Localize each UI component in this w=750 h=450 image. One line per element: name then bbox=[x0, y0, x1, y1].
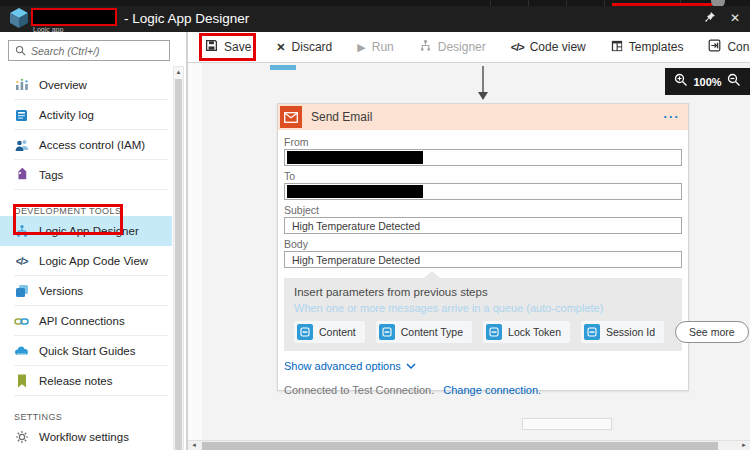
token-chip-lock-token[interactable]: Lock Token bbox=[483, 321, 570, 343]
logic-app-cube-icon bbox=[8, 7, 30, 33]
sidebar-item-workflow-settings[interactable]: Workflow settings bbox=[0, 422, 172, 450]
save-button[interactable]: Save bbox=[205, 39, 251, 55]
sidebar-item-activity-log[interactable]: Activity log bbox=[0, 100, 172, 130]
show-advanced-options-link[interactable]: Show advanced options bbox=[284, 360, 416, 372]
page-title: - Logic App Designer bbox=[124, 11, 249, 26]
sidebar-item-versions[interactable]: Versions bbox=[0, 276, 172, 306]
field-subject: Subject High Temperature Detected bbox=[284, 204, 682, 234]
versions-icon bbox=[14, 284, 29, 299]
overview-icon bbox=[14, 78, 29, 93]
send-email-card: Send Email ··· From To Subject bbox=[277, 103, 689, 391]
scroll-left-icon[interactable]: ◄ bbox=[191, 442, 197, 448]
templates-button[interactable]: Templates bbox=[611, 40, 684, 55]
send-email-card-header[interactable]: Send Email ··· bbox=[278, 104, 688, 130]
cloud-icon bbox=[14, 344, 29, 359]
access-control-icon bbox=[14, 138, 29, 153]
designer-canvas[interactable]: 100% Send Email ··· From bbox=[188, 63, 750, 440]
canvas-gutter bbox=[188, 63, 202, 440]
search-input[interactable] bbox=[31, 45, 163, 57]
logic-app-designer-window: - Logic App Designer Logic app ✕ Overvie… bbox=[0, 0, 750, 450]
field-to: To bbox=[284, 170, 682, 200]
change-connection-link[interactable]: Change connection. bbox=[443, 384, 541, 396]
designer-tree-icon bbox=[14, 224, 29, 239]
sidebar-scrollbar[interactable]: ▲ ▼ bbox=[173, 66, 184, 450]
pin-icon[interactable] bbox=[704, 11, 716, 25]
sidebar-item-label: API Connections bbox=[39, 315, 125, 327]
sidebar-item-label: Release notes bbox=[39, 375, 113, 387]
sidebar-item-label: Overview bbox=[39, 79, 87, 91]
to-input[interactable] bbox=[284, 183, 682, 200]
sidebar-item-label: Workflow settings bbox=[39, 431, 129, 443]
sidebar-item-api-connections[interactable]: API Connections bbox=[0, 306, 172, 336]
trigger-hint-text: When one or more messages arrive in a qu… bbox=[294, 302, 672, 314]
sidebar-item-label: Quick Start Guides bbox=[39, 345, 136, 357]
sidebar-section-settings: SETTINGS bbox=[0, 404, 172, 422]
zoom-in-icon[interactable] bbox=[674, 73, 688, 91]
command-bar: Save ✕ Discard ▶ Run Designer </> Code v… bbox=[188, 32, 750, 63]
ellipsis-menu-icon[interactable]: ··· bbox=[664, 110, 681, 124]
token-chip-content[interactable]: Content bbox=[294, 321, 365, 343]
sidebar-item-label: Logic App Code View bbox=[39, 255, 148, 267]
field-label: To bbox=[284, 170, 682, 182]
run-play-icon: ▶ bbox=[357, 42, 365, 53]
code-icon: </> bbox=[14, 254, 29, 269]
close-icon[interactable]: ✕ bbox=[730, 12, 740, 24]
see-more-button[interactable]: See more bbox=[675, 321, 749, 343]
canvas-horizontal-scrollbar[interactable]: ◄ ► bbox=[188, 440, 750, 450]
zoom-out-icon[interactable] bbox=[727, 73, 741, 91]
discard-button[interactable]: ✕ Discard bbox=[276, 40, 332, 54]
bookmark-icon bbox=[14, 374, 29, 389]
sidebar-item-label: Activity log bbox=[39, 109, 94, 121]
from-input[interactable] bbox=[284, 149, 682, 166]
field-body: Body High Temperature Detected bbox=[284, 238, 682, 268]
dynamic-content-panel: Insert parameters from previous steps Wh… bbox=[284, 278, 682, 351]
sidebar-item-label: Logic App Designer bbox=[39, 225, 139, 237]
sidebar-item-quick-start-guides[interactable]: Quick Start Guides bbox=[0, 336, 172, 366]
email-icon bbox=[280, 106, 302, 128]
field-label: Body bbox=[284, 238, 682, 250]
service-bus-token-icon bbox=[486, 324, 502, 340]
sidebar-item-access-control[interactable]: Access control (IAM) bbox=[0, 130, 172, 160]
api-connections-icon bbox=[14, 314, 29, 329]
designer-tree-icon bbox=[419, 39, 432, 55]
subject-input[interactable]: High Temperature Detected bbox=[284, 217, 682, 234]
sidebar-section-development-tools: DEVELOPMENT TOOLS bbox=[0, 198, 172, 216]
sidebar-item-logic-app-code-view[interactable]: </> Logic App Code View bbox=[0, 246, 172, 276]
dynamic-content-title: Insert parameters from previous steps bbox=[294, 286, 672, 298]
redacted-from-value bbox=[287, 151, 423, 164]
chevron-down-icon bbox=[406, 363, 416, 369]
redacted-to-value bbox=[287, 185, 423, 198]
connection-status: Connected to Test Connection. Change con… bbox=[284, 384, 682, 396]
field-label: Subject bbox=[284, 204, 682, 216]
designer-button[interactable]: Designer bbox=[419, 39, 486, 55]
blade-header: - Logic App Designer Logic app ✕ bbox=[0, 6, 750, 32]
trigger-card-peek[interactable] bbox=[270, 65, 296, 70]
sidebar-item-label: Tags bbox=[39, 169, 63, 181]
service-bus-token-icon bbox=[584, 324, 600, 340]
run-button[interactable]: ▶ Run bbox=[357, 40, 393, 54]
sidebar-item-tags[interactable]: Tags bbox=[0, 160, 172, 190]
sidebar-item-logic-app-designer[interactable]: Logic App Designer bbox=[0, 216, 172, 246]
zoom-widget: 100% bbox=[665, 68, 750, 95]
discard-x-icon: ✕ bbox=[276, 42, 285, 53]
code-view-button[interactable]: </> Code view bbox=[511, 40, 586, 54]
token-chip-content-type[interactable]: Content Type bbox=[376, 321, 472, 343]
sidebar-item-release-notes[interactable]: Release notes bbox=[0, 366, 172, 396]
zoom-level: 100% bbox=[693, 76, 721, 88]
field-from: From bbox=[284, 136, 682, 166]
search-icon bbox=[15, 42, 26, 60]
scroll-right-icon[interactable]: ► bbox=[741, 442, 747, 448]
token-chip-session-id[interactable]: Session Id bbox=[581, 321, 664, 343]
sidebar-item-overview[interactable]: Overview bbox=[0, 70, 172, 100]
body-input[interactable]: High Temperature Detected bbox=[284, 251, 682, 268]
save-icon bbox=[205, 39, 218, 55]
scrollbar-thumb[interactable] bbox=[175, 79, 182, 450]
sidebar-menu: Overview Activity log Access control (IA… bbox=[0, 70, 172, 450]
scroll-up-icon[interactable]: ▲ bbox=[174, 69, 183, 75]
connectors-button[interactable]: Connectors bbox=[708, 39, 750, 55]
connector-arrow-icon bbox=[475, 66, 491, 101]
sidebar-search[interactable] bbox=[8, 40, 170, 61]
scrollbar-thumb[interactable] bbox=[202, 442, 718, 450]
next-step-peek[interactable] bbox=[522, 418, 612, 430]
sidebar-item-label: Access control (IAM) bbox=[39, 139, 145, 151]
